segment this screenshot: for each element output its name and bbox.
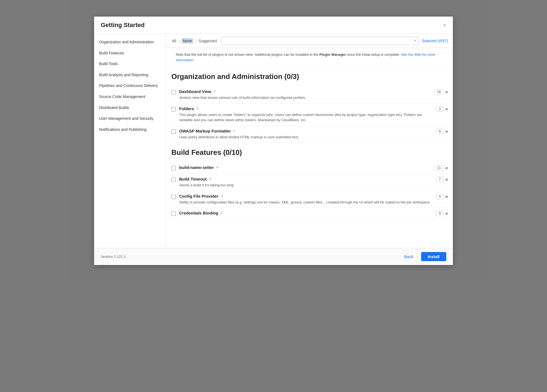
tab-suggested[interactable]: Suggested <box>197 38 218 44</box>
sidebar-item-org-admin[interactable]: Organization and Administration <box>94 37 166 48</box>
plugin-name: build-name-setter <box>179 165 214 170</box>
plugin-name: OWASP Markup Formatter <box>179 129 231 133</box>
plugin-name: Credentials Binding <box>179 211 218 215</box>
plugin-name: Config File Provider <box>179 194 219 198</box>
count-badge: 9 <box>436 211 444 216</box>
plugin-count: 18◀ <box>434 89 447 95</box>
count-arrow-icon: ◀ <box>445 166 447 170</box>
install-button[interactable]: Install <box>421 252 446 261</box>
external-link-icon[interactable]: ↗ <box>213 89 216 94</box>
selected-count: Selected (0/57) <box>422 39 448 43</box>
plugin-info: Build Timeout↗Aborts a build if it's tak… <box>179 177 431 188</box>
external-link-icon[interactable]: ↗ <box>220 194 223 198</box>
plugin-desc: Jenkins view that shows various cuts of … <box>179 95 430 100</box>
plugin-checkbox-config-file-provider[interactable] <box>171 195 176 199</box>
close-button[interactable]: × <box>443 22 446 28</box>
plugin-item-2: OWASP Markup Formatter↗Uses policy defin… <box>171 126 447 143</box>
main-content: All | None | Suggested × Selected (0/57) <box>166 34 453 248</box>
info-text-before: Note that the full list of plugins is no… <box>176 52 319 57</box>
section-title-org-admin: Organization and Administration (0/3) <box>171 72 447 83</box>
plugin-name: Folders <box>179 106 194 111</box>
section-title-build-features: Build Features (0/10) <box>171 148 447 158</box>
plugin-desc: Aborts a build if it's taking too long <box>179 182 431 188</box>
sidebar-item-user-mgmt[interactable]: User Management and Security <box>94 113 166 124</box>
plugin-item-0: build-name-setter↗11◀ <box>171 162 447 174</box>
sidebar: Organization and AdministrationBuild Fea… <box>94 34 166 248</box>
plugin-count: 7◀ <box>436 177 447 182</box>
tab-all[interactable]: All <box>171 38 177 44</box>
count-arrow-icon: ◀ <box>445 107 447 111</box>
plugin-info: Credentials Binding↗ <box>179 211 431 216</box>
version-label: Jenkins 2.121.1 <box>101 255 126 259</box>
sidebar-item-build-features[interactable]: Build Features <box>94 48 166 59</box>
modal-dialog: Getting Started × Organization and Admin… <box>94 17 453 265</box>
filter-tabs: All | None | Suggested <box>171 38 218 44</box>
search-wrapper: × <box>221 37 418 45</box>
sidebar-item-build-tools[interactable]: Build Tools <box>94 59 166 70</box>
external-link-icon[interactable]: ↗ <box>196 107 199 111</box>
info-banner: Note that the full list of plugins is no… <box>171 48 447 67</box>
plugin-info: Dashboard View↗Jenkins view that shows v… <box>179 89 430 100</box>
sidebar-item-pipelines[interactable]: Pipelines and Continuous Delivery <box>94 80 166 91</box>
count-badge: 9 <box>436 129 444 134</box>
search-input[interactable] <box>221 37 418 45</box>
plugin-checkbox-credentials-binding[interactable] <box>171 211 176 216</box>
count-arrow-icon: ◀ <box>445 178 447 181</box>
plugin-checkbox-build-name-setter[interactable] <box>171 166 176 170</box>
plugin-item-0: Dashboard View↗Jenkins view that shows v… <box>171 86 447 104</box>
count-badge: 18 <box>434 89 444 95</box>
back-button[interactable]: Back <box>400 252 418 261</box>
plugin-checkbox-build-timeout[interactable] <box>171 178 176 182</box>
plugin-checkbox-owasp-markup-formatter[interactable] <box>171 129 176 134</box>
sidebar-item-source-code[interactable]: Source Code Management <box>94 91 166 102</box>
external-link-icon[interactable]: ↗ <box>220 211 223 215</box>
modal-header: Getting Started × <box>94 17 453 34</box>
plugin-info: Config File Provider↗Ability to provide … <box>179 194 431 205</box>
count-badge: 9 <box>436 194 444 199</box>
count-badge: 11 <box>434 165 444 171</box>
modal-overlay: Getting Started × Organization and Admin… <box>0 0 547 392</box>
count-arrow-icon: ◀ <box>445 195 447 198</box>
info-period: . <box>193 58 195 62</box>
plugin-manager-label: Plugin Manager <box>319 52 346 57</box>
plugin-checkbox-dashboard-view[interactable] <box>171 90 176 94</box>
section-org-admin: Organization and Administration (0/3)Das… <box>171 72 447 143</box>
plugin-item-3: Credentials Binding↗9◀ <box>171 208 447 219</box>
plugin-count: 9◀ <box>436 129 447 134</box>
count-arrow-icon: ◀ <box>445 90 447 94</box>
external-link-icon[interactable]: ↗ <box>232 129 235 133</box>
external-link-icon[interactable]: ↗ <box>208 177 211 181</box>
info-text-after: once the initial setup is complete. <box>346 52 401 57</box>
plugin-name: Build Timeout <box>179 177 207 181</box>
modal-footer: Jenkins 2.121.1 Back Install <box>94 248 453 265</box>
plugin-info: OWASP Markup Formatter↗Uses policy defin… <box>179 129 431 140</box>
sidebar-item-distributed-builds[interactable]: Distributed Builds <box>94 102 166 113</box>
plugin-checkbox-folders[interactable] <box>171 107 176 112</box>
count-arrow-icon: ◀ <box>445 211 447 215</box>
plugin-info: build-name-setter↗ <box>179 165 430 171</box>
section-build-features: Build Features (0/10)build-name-setter↗1… <box>171 148 447 219</box>
count-badge: 3 <box>436 106 444 112</box>
footer-actions: Back Install <box>400 252 446 261</box>
modal-body: Organization and AdministrationBuild Fea… <box>94 34 453 248</box>
tab-none[interactable]: None <box>182 38 193 44</box>
plugin-item-2: Config File Provider↗Ability to provide … <box>171 191 447 208</box>
plugin-desc: Ability to provide configuration files (… <box>179 200 431 205</box>
content-area: Note that the full list of plugins is no… <box>166 48 453 248</box>
plugin-name: Dashboard View <box>179 89 211 94</box>
count-badge: 7 <box>436 177 444 182</box>
plugin-desc: Uses policy definitions to allow limited… <box>179 134 431 140</box>
plugin-info: Folders↗This plugin allows users to crea… <box>179 106 431 123</box>
plugin-item-1: Build Timeout↗Aborts a build if it's tak… <box>171 174 447 191</box>
external-link-icon[interactable]: ↗ <box>216 165 219 169</box>
plugin-count: 3◀ <box>436 106 447 112</box>
plugin-count: 11◀ <box>434 165 447 171</box>
sidebar-item-notifications[interactable]: Notifications and Publishing <box>94 124 166 135</box>
plugin-count: 9◀ <box>436 194 447 199</box>
search-clear-button[interactable]: × <box>414 38 416 43</box>
plugin-item-1: Folders↗This plugin allows users to crea… <box>171 104 447 126</box>
plugin-count: 9◀ <box>436 211 447 216</box>
sidebar-item-build-analysis[interactable]: Build Analysis and Reporting <box>94 70 166 81</box>
count-arrow-icon: ◀ <box>445 129 447 133</box>
filter-bar: All | None | Suggested × Selected (0/57) <box>166 34 453 48</box>
